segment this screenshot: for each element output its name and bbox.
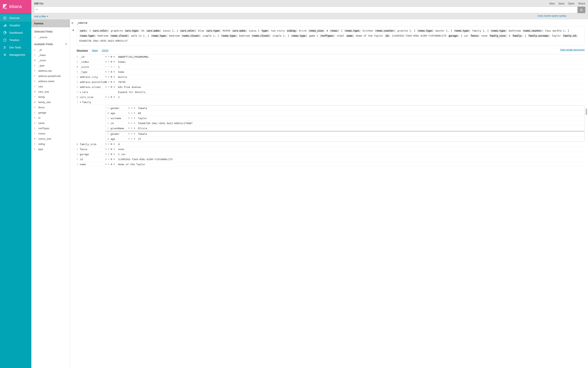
- nav-item-visualize[interactable]: Visualize: [0, 22, 31, 29]
- nav-item-dashboard[interactable]: Dashboard: [0, 29, 31, 37]
- zoom-in-icon[interactable]: ⊕: [105, 71, 107, 73]
- nav-item-management[interactable]: Management: [0, 51, 31, 58]
- star-icon[interactable]: ✱: [113, 158, 115, 160]
- star-icon[interactable]: ✱: [113, 65, 115, 68]
- action-share[interactable]: Share: [578, 2, 585, 5]
- zoom-in-icon[interactable]: ⊕: [105, 75, 107, 78]
- field-item[interactable]: ttype: [31, 147, 70, 152]
- field-item[interactable]: taddress.street: [31, 79, 70, 84]
- star-icon[interactable]: ✱: [113, 86, 115, 88]
- nav-item-discover[interactable]: Discover: [0, 14, 31, 22]
- search-input[interactable]: [34, 7, 578, 13]
- star-icon[interactable]: ✱: [113, 96, 115, 98]
- expand-caret-icon[interactable]: ▼: [72, 28, 74, 33]
- zoom-in-icon[interactable]: ⊕: [128, 138, 130, 140]
- zoom-in-icon[interactable]: ⊕: [105, 163, 107, 166]
- column-icon[interactable]: ▦: [110, 60, 112, 63]
- zoom-out-icon[interactable]: ⊖: [131, 122, 133, 124]
- zoom-out-icon[interactable]: ⊖: [108, 81, 110, 83]
- zoom-in-icon[interactable]: ⊕: [105, 60, 107, 63]
- zoom-in-icon[interactable]: ⊕: [128, 117, 130, 119]
- star-icon[interactable]: ✱: [113, 60, 115, 63]
- field-item[interactable]: ?family: [31, 94, 70, 100]
- tab-table[interactable]: Table: [92, 48, 98, 53]
- star-icon[interactable]: ✱: [113, 71, 115, 73]
- zoom-in-icon[interactable]: ⊕: [105, 148, 107, 150]
- field-item[interactable]: #_score: [31, 58, 70, 63]
- star-icon[interactable]: ✱: [113, 143, 115, 145]
- column-icon[interactable]: ▦: [110, 81, 112, 83]
- caret-down-icon[interactable]: [80, 101, 82, 104]
- zoom-out-icon[interactable]: ⊖: [108, 158, 110, 160]
- scrollbar-thumb[interactable]: [586, 109, 587, 115]
- zoom-in-icon[interactable]: ⊕: [105, 143, 107, 145]
- logo[interactable]: kibana: [0, 0, 31, 13]
- column-icon[interactable]: ▦: [110, 71, 112, 73]
- search-button[interactable]: [578, 7, 585, 13]
- field-item[interactable]: tname: [31, 120, 70, 126]
- field-item[interactable]: tsiding: [31, 141, 70, 147]
- field-item[interactable]: tid: [31, 115, 70, 120]
- star-icon[interactable]: ✱: [113, 81, 115, 83]
- view-single-document-link[interactable]: View single document: [560, 48, 585, 51]
- zoom-out-icon[interactable]: ⊖: [108, 143, 110, 145]
- zoom-out-icon[interactable]: ⊖: [108, 65, 110, 68]
- add-filter-link[interactable]: Add a filter +: [34, 15, 48, 18]
- star-icon[interactable]: ✱: [113, 75, 115, 78]
- field-item[interactable]: ?_source: [31, 35, 70, 40]
- field-item[interactable]: taddress.city: [31, 68, 70, 74]
- star-icon[interactable]: ✱: [133, 132, 135, 135]
- field-item[interactable]: #family_size: [31, 100, 70, 105]
- zoom-out-icon[interactable]: ⊖: [108, 148, 110, 150]
- column-icon[interactable]: ▦: [110, 55, 112, 58]
- zoom-in-icon[interactable]: ⊕: [105, 153, 107, 155]
- tab-structure[interactable]: Structure: [77, 48, 88, 53]
- action-save[interactable]: Save: [558, 2, 564, 5]
- zoom-out-icon[interactable]: ⊖: [131, 132, 133, 135]
- zoom-out-icon[interactable]: ⊖: [131, 127, 133, 129]
- zoom-in-icon[interactable]: ⊕: [105, 158, 107, 160]
- zoom-in-icon[interactable]: ⊕: [105, 65, 107, 68]
- column-icon[interactable]: ▦: [110, 148, 112, 150]
- zoom-in-icon[interactable]: ⊕: [128, 132, 130, 135]
- star-icon[interactable]: ✱: [113, 163, 115, 166]
- column-icon[interactable]: ▦: [110, 153, 112, 155]
- zoom-out-icon[interactable]: ⊖: [108, 71, 110, 73]
- field-item[interactable]: t_index: [31, 53, 70, 58]
- star-icon[interactable]: ✱: [133, 122, 135, 124]
- zoom-in-icon[interactable]: ⊕: [128, 127, 130, 129]
- star-icon[interactable]: ✱: [113, 153, 115, 155]
- star-icon[interactable]: ✱: [133, 107, 135, 109]
- zoom-out-icon[interactable]: ⊖: [108, 55, 110, 58]
- column-icon[interactable]: ▦: [110, 163, 112, 166]
- zoom-out-icon[interactable]: ⊖: [108, 163, 110, 166]
- column-icon[interactable]: ▦: [110, 143, 112, 145]
- caret-right-icon[interactable]: [80, 91, 82, 93]
- field-item[interactable]: t_type: [31, 63, 70, 68]
- star-icon[interactable]: ✱: [113, 148, 115, 150]
- field-item[interactable]: tgarage: [31, 110, 70, 115]
- star-icon[interactable]: ✱: [133, 127, 135, 129]
- collapse-panel-icon[interactable]: ◀: [71, 21, 73, 25]
- gear-icon[interactable]: ⚙: [65, 43, 67, 46]
- action-open[interactable]: Open: [568, 2, 574, 5]
- field-item[interactable]: troofTypes: [31, 126, 70, 131]
- zoom-out-icon[interactable]: ⊖: [108, 75, 110, 78]
- field-item[interactable]: t_id: [31, 47, 70, 53]
- index-pattern-header[interactable]: homes: [31, 19, 70, 27]
- star-icon[interactable]: ✱: [133, 138, 135, 140]
- zoom-in-icon[interactable]: ⊕: [128, 112, 130, 114]
- zoom-in-icon[interactable]: ⊕: [105, 55, 107, 58]
- column-icon[interactable]: ▦: [110, 75, 112, 78]
- zoom-out-icon[interactable]: ⊖: [131, 112, 133, 114]
- field-item[interactable]: #cars_size: [31, 89, 70, 94]
- zoom-out-icon[interactable]: ⊖: [108, 153, 110, 155]
- nav-item-timelion[interactable]: Timelion: [0, 37, 31, 44]
- field-item[interactable]: ?cars: [31, 84, 70, 89]
- nav-item-dev-tools[interactable]: Dev Tools: [0, 44, 31, 51]
- column-icon[interactable]: ▦: [110, 158, 112, 160]
- column-icon[interactable]: ▦: [110, 86, 112, 88]
- zoom-out-icon[interactable]: ⊖: [108, 86, 110, 88]
- action-new[interactable]: New: [549, 2, 555, 5]
- field-item[interactable]: tfence: [31, 105, 70, 110]
